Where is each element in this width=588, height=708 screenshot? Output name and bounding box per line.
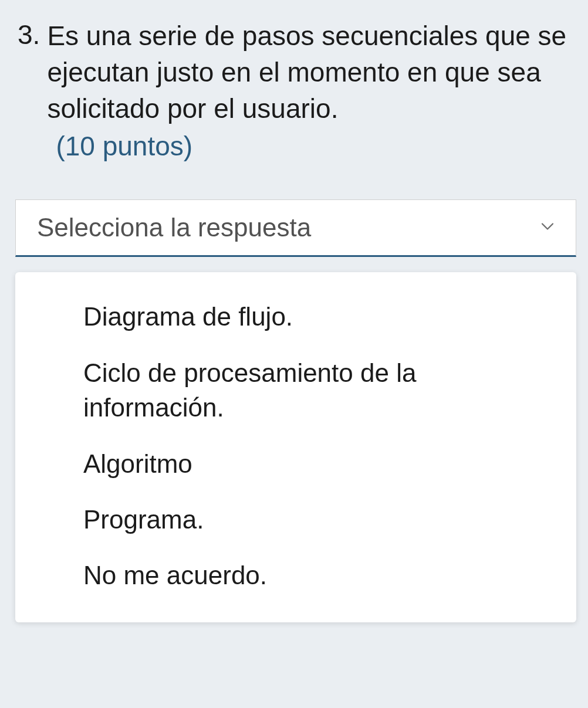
answer-select[interactable]: Selecciona la respuesta [15, 199, 576, 257]
chevron-down-icon [537, 216, 558, 239]
question-text: Es una serie de pasos secuenciales que s… [47, 18, 576, 127]
dropdown-list: Diagrama de flujo. Ciclo de procesamient… [15, 272, 576, 622]
question-points: (10 puntos) [56, 128, 576, 164]
option-ciclo-de-procesamiento[interactable]: Ciclo de procesamiento de la información… [15, 345, 576, 436]
question-container: 3. Es una serie de pasos secuenciales qu… [0, 0, 588, 640]
select-placeholder: Selecciona la respuesta [37, 213, 311, 242]
option-programa[interactable]: Programa. [15, 492, 576, 547]
question-text-wrap: Es una serie de pasos secuenciales que s… [47, 18, 576, 164]
option-algoritmo[interactable]: Algoritmo [15, 436, 576, 492]
question-number: 3. [18, 18, 40, 53]
option-no-me-acuerdo[interactable]: No me acuerdo. [15, 547, 576, 603]
question-row: 3. Es una serie de pasos secuenciales qu… [18, 18, 576, 164]
option-diagrama-de-flujo[interactable]: Diagrama de flujo. [15, 289, 576, 344]
